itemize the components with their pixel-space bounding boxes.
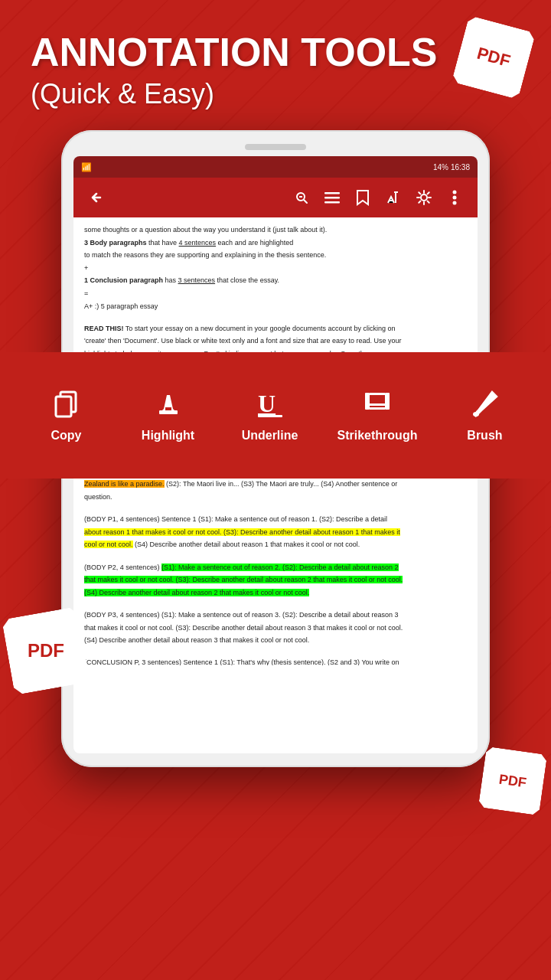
tool-brush[interactable]: Brush	[450, 389, 519, 443]
status-icons: 📶	[81, 162, 92, 172]
time-display: 16:38	[451, 163, 470, 172]
status-left: 📶	[81, 162, 92, 172]
strikethrough-icon	[362, 389, 393, 424]
phone-speaker	[245, 144, 306, 150]
svg-rect-6	[365, 393, 370, 410]
pdf-line: to match the reasons they are supporting…	[84, 250, 467, 260]
svg-point-18	[453, 191, 457, 194]
brush-icon	[469, 389, 500, 424]
svg-rect-14	[324, 192, 340, 194]
svg-rect-15	[324, 197, 340, 199]
more-button[interactable]	[441, 184, 468, 211]
pdf-line: (S4) Describe another detail about reaso…	[84, 588, 467, 598]
pdf-line: (BODY P1, 4 sentences) Sentence 1 (S1): …	[84, 514, 467, 524]
pdf-badge-bottom-right: PDF	[478, 746, 547, 815]
sub-title: (Quick & Easy)	[31, 78, 520, 110]
menu-button[interactable]	[318, 184, 346, 211]
pdf-line: that makes it cool or not cool. (S3): De…	[84, 623, 467, 633]
status-right: 14% 16:38	[433, 163, 470, 172]
back-button[interactable]	[83, 184, 110, 211]
copy-label: Copy	[51, 429, 82, 443]
svg-rect-8	[365, 403, 390, 406]
pdf-line: A+ :) 5 paragraph essay	[84, 302, 467, 312]
battery-percent: 14%	[433, 163, 448, 172]
svg-text:U: U	[258, 390, 276, 417]
highlight-label: Highlight	[142, 429, 194, 443]
pdf-line: (BODY P2, 4 sentences) (S1): Make a sent…	[84, 563, 467, 573]
pdf-line: READ THIS! To start your essay on a new …	[84, 324, 467, 334]
svg-rect-13	[299, 196, 302, 198]
svg-rect-1	[56, 397, 71, 416]
strikethrough-label: Strikethrough	[337, 429, 418, 443]
highlight-icon	[153, 389, 184, 424]
svg-rect-5	[258, 415, 282, 417]
toolbar-icons-right	[288, 184, 468, 211]
svg-point-20	[453, 201, 457, 205]
tool-underline[interactable]: U Underline	[236, 389, 305, 443]
underline-icon: U	[255, 389, 285, 424]
settings-button[interactable]	[410, 184, 438, 211]
pdf-line: 'create' then 'Document'. Use black or w…	[84, 336, 467, 346]
pdf-line: that makes it cool or not cool. (S3): De…	[84, 575, 467, 585]
svg-rect-9	[370, 393, 385, 395]
underline-label: Underline	[242, 429, 298, 443]
outer-tools-row: Copy Highlight U Underline	[0, 381, 551, 450]
pdf-line: (CONCLUSION P, 3 sentences) Sentence 1 (…	[84, 658, 467, 665]
pdf-line: question.	[84, 492, 467, 502]
app-toolbar	[73, 178, 478, 217]
svg-rect-10	[370, 407, 385, 410]
pdf-line: +	[84, 263, 467, 273]
brush-label: Brush	[467, 429, 502, 443]
pdf-line: =	[84, 289, 467, 299]
format-button[interactable]	[380, 184, 407, 211]
phone-notch-area	[73, 144, 478, 150]
pdf-line: (BODY P3, 4 sentences) (S1): Make a sent…	[84, 610, 467, 620]
copy-icon	[51, 389, 82, 424]
pdf-line: about reason 1 that makes it cool or not…	[84, 528, 467, 537]
tool-strikethrough[interactable]: Strikethrough	[337, 389, 418, 443]
svg-rect-3	[165, 407, 171, 410]
pdf-line: some thoughts or a question about the wa…	[84, 225, 467, 235]
svg-point-17	[421, 194, 427, 201]
tool-highlight[interactable]: Highlight	[134, 389, 203, 443]
pdf-line: Zealand is like a paradise. (S2): The Ma…	[84, 479, 467, 489]
pdf-badge-bottom-left: PDF	[2, 606, 90, 695]
main-title: ANNOTATION TOOLS	[31, 31, 520, 74]
svg-rect-16	[324, 201, 340, 204]
tool-copy[interactable]: Copy	[32, 389, 101, 443]
svg-point-11	[473, 412, 479, 416]
pdf-line: 3 Body paragraphs that have 4 sentences …	[84, 238, 467, 248]
bookmark-button[interactable]	[349, 184, 377, 211]
svg-point-19	[453, 196, 457, 200]
pdf-line: 1 Conclusion paragraph has 3 sentences t…	[84, 276, 467, 286]
search-button[interactable]	[288, 184, 315, 211]
svg-rect-7	[385, 393, 390, 410]
status-bar: 📶 14% 16:38	[73, 156, 478, 178]
outer-annotation-band: Copy Highlight U Underline	[0, 352, 551, 479]
pdf-line: (S4) Describe another detail about reaso…	[84, 635, 467, 645]
pdf-line: cool or not cool. (S4) Describe another …	[84, 540, 467, 550]
